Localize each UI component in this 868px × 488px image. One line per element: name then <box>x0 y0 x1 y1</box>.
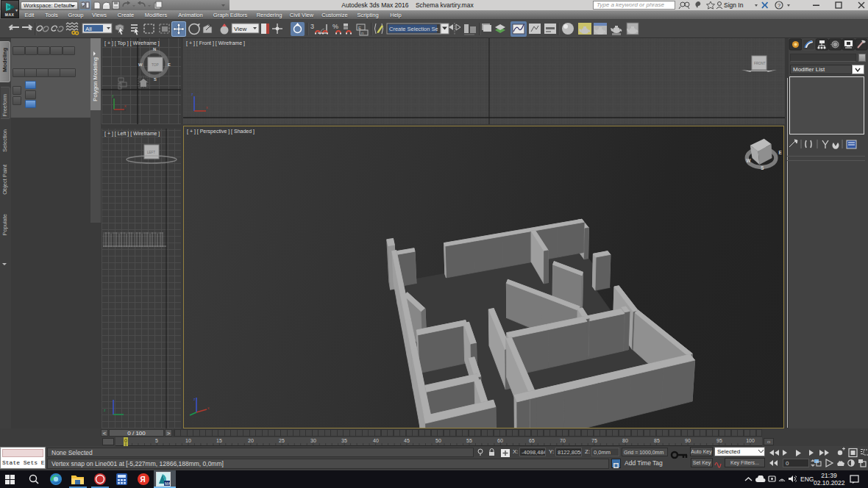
svg-text:LEFT: LEFT <box>147 151 155 154</box>
svg-text:3: 3 <box>310 23 314 30</box>
svg-text:All: All <box>85 26 92 32</box>
svg-text:Sign In: Sign In <box>724 1 744 9</box>
svg-text:x: x <box>124 104 127 108</box>
svg-text:E: E <box>358 26 361 30</box>
svg-text:MAX: MAX <box>165 481 171 486</box>
svg-text:Create Selection Se: Create Selection Se <box>389 26 438 32</box>
svg-text:FRONT: FRONT <box>754 62 766 65</box>
svg-text:y: y <box>112 93 114 98</box>
svg-text:x: x <box>207 406 210 410</box>
svg-text:%: % <box>332 23 338 30</box>
svg-text:?: ? <box>778 2 780 9</box>
svg-text:W: W <box>138 62 143 67</box>
svg-text:W: W <box>746 158 750 163</box>
svg-text:N: N <box>153 47 156 51</box>
svg-text:n: n <box>361 31 363 35</box>
svg-text:S: S <box>154 77 157 82</box>
svg-text:View: View <box>234 26 246 32</box>
svg-text:TOP: TOP <box>152 63 159 67</box>
svg-text:E: E <box>779 150 782 155</box>
svg-text:x: x <box>206 105 208 110</box>
svg-text:E: E <box>168 62 171 67</box>
svg-text:z: z <box>193 397 196 401</box>
svg-text:z: z <box>104 408 106 412</box>
svg-text:S: S <box>761 165 764 171</box>
svg-text:z: z <box>191 92 193 96</box>
svg-text:Я: Я <box>140 476 146 484</box>
